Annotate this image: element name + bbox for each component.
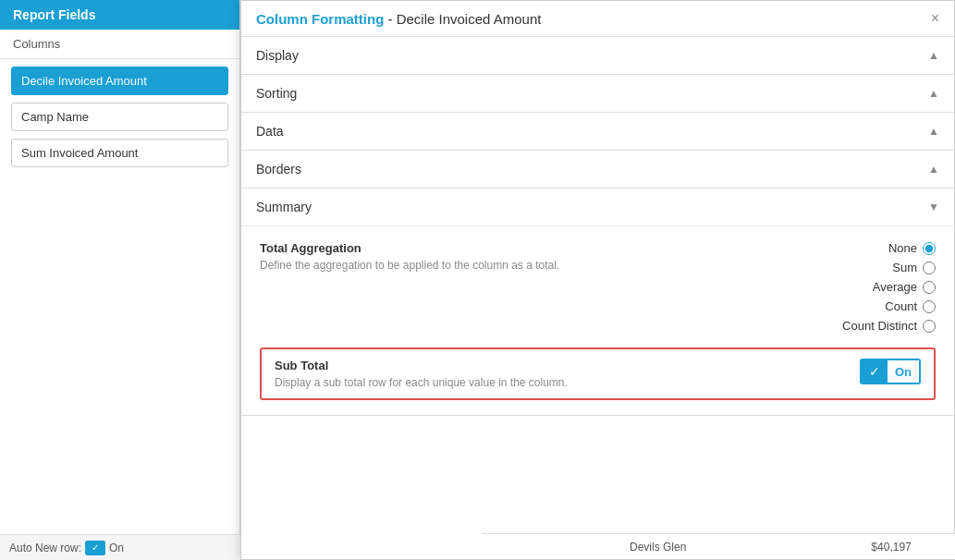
toggle-on-text: On <box>888 360 919 383</box>
aggregation-inner: Total Aggregation Define the aggregation… <box>260 241 936 333</box>
chevron-summary-icon: ▼ <box>928 201 939 213</box>
data-col1: Devils Glen <box>630 541 686 554</box>
sidebar-item-camp-name[interactable]: Camp Name <box>11 103 228 131</box>
modal-title-prefix: Column Formatting <box>256 11 384 27</box>
radio-count-label: Count <box>885 299 917 313</box>
chevron-borders-icon: ▲ <box>928 163 939 176</box>
radio-count-row: Count <box>885 299 936 313</box>
subtotal-box: Sub Total Display a sub total row for ea… <box>260 347 936 400</box>
sidebar-item-sum-invoiced-amount[interactable]: Sum Invoiced Amount <box>11 139 228 167</box>
modal-header: Column Formatting - Decile Invoiced Amou… <box>241 1 954 37</box>
auto-new-row-label: Auto New row: <box>9 542 81 554</box>
summary-content: Total Aggregation Define the aggregation… <box>241 226 954 415</box>
sidebar-header: Report Fields <box>0 0 239 30</box>
radio-none-label: None <box>888 241 917 255</box>
aggregation-title: Total Aggregation <box>260 241 842 255</box>
radio-count-distinct-label: Count Distinct <box>842 319 917 333</box>
radio-average-row: Average <box>873 280 936 294</box>
modal-body: Display ▲ Sorting ▲ Data ▲ Borders ▲ Sum… <box>241 37 954 553</box>
column-formatting-modal: Column Formatting - Decile Invoiced Amou… <box>240 0 955 560</box>
radio-sum-row: Sum <box>892 261 936 274</box>
toggle-checkmark-icon: ✓ <box>869 364 880 379</box>
modal-title: Column Formatting - Decile Invoiced Amou… <box>256 11 541 27</box>
toggle-box-on: ✓ <box>862 360 888 383</box>
subtotal-title: Sub Total <box>275 359 568 372</box>
toggle-check-icon: ✓ <box>92 542 99 553</box>
section-sorting-label: Sorting <box>256 86 297 101</box>
radio-sum-input[interactable] <box>923 262 936 274</box>
radio-options: None Sum Average <box>842 241 936 333</box>
subtotal-toggle-button[interactable]: ✓ On <box>860 359 921 384</box>
chevron-data-icon: ▲ <box>928 125 939 138</box>
radio-count-distinct-row: Count Distinct <box>842 319 936 333</box>
chevron-sorting-icon: ▲ <box>928 87 939 100</box>
section-display-label: Display <box>256 48 299 63</box>
section-borders-label: Borders <box>256 162 301 177</box>
radio-average-input[interactable] <box>923 281 936 294</box>
aggregation-left: Total Aggregation Define the aggregation… <box>260 241 842 281</box>
sidebar-columns-label: Columns <box>0 30 239 59</box>
section-summary: Summary ▼ Total Aggregation Define the a… <box>241 189 954 416</box>
bottom-bar: Auto New row: ✓ On <box>0 534 240 560</box>
sidebar: Report Fields Columns Decile Invoiced Am… <box>0 0 240 560</box>
modal-close-button[interactable]: × <box>931 10 939 27</box>
section-data-label: Data <box>256 124 284 139</box>
auto-new-row-toggle[interactable]: Auto New row: ✓ On <box>9 541 124 555</box>
toggle-on-label: On <box>109 542 124 554</box>
radio-count-input[interactable] <box>923 300 936 313</box>
radio-none-input[interactable] <box>923 242 936 255</box>
section-sorting[interactable]: Sorting ▲ <box>241 75 954 113</box>
total-aggregation-block: Total Aggregation Define the aggregation… <box>260 241 936 333</box>
section-data[interactable]: Data ▲ <box>241 113 954 151</box>
radio-average-label: Average <box>873 280 917 294</box>
data-bottom-row: Devils Glen $40,197 <box>482 533 955 559</box>
section-summary-label: Summary <box>256 200 312 214</box>
sidebar-title: Report Fields <box>13 7 95 22</box>
sidebar-item-decile-invoiced-amount[interactable]: Decile Invoiced Amount <box>11 67 228 95</box>
radio-count-distinct-input[interactable] <box>923 320 936 333</box>
subtotal-left: Sub Total Display a sub total row for ea… <box>275 359 568 389</box>
subtotal-description: Display a sub total row for each unique … <box>275 376 568 389</box>
chevron-display-icon: ▲ <box>928 49 939 62</box>
toggle-box-icon: ✓ <box>85 541 105 555</box>
section-display[interactable]: Display ▲ <box>241 37 954 75</box>
summary-header[interactable]: Summary ▼ <box>241 189 954 226</box>
data-col2: $40,197 <box>871 541 911 554</box>
aggregation-description: Define the aggregation to be applied to … <box>260 259 842 272</box>
radio-sum-label: Sum <box>892 261 917 274</box>
modal-title-suffix: - Decile Invoiced Amount <box>388 11 542 27</box>
radio-none-row: None <box>888 241 936 255</box>
section-borders[interactable]: Borders ▲ <box>241 151 954 189</box>
